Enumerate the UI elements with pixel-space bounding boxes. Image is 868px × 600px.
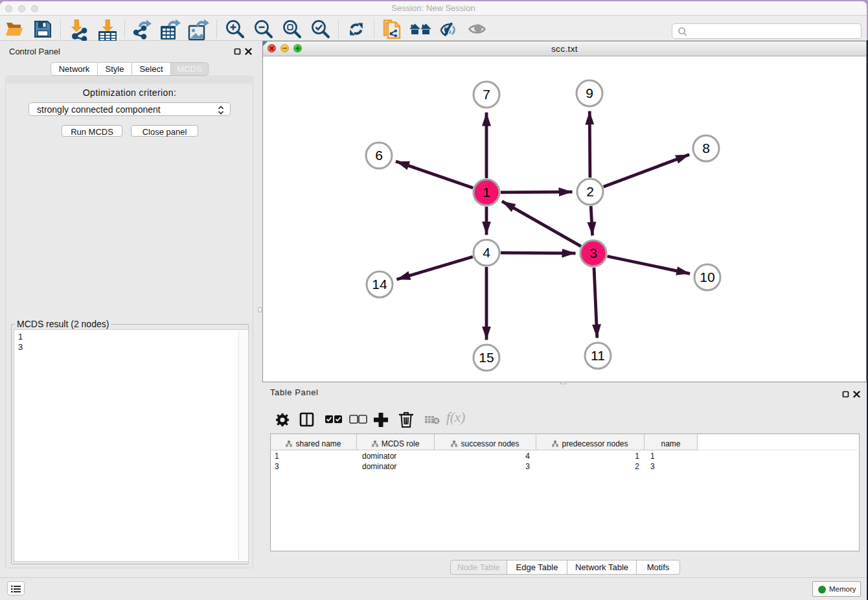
svg-text:8: 8 [702, 141, 710, 156]
svg-text:4: 4 [483, 245, 490, 260]
svg-text:15: 15 [479, 350, 494, 365]
svg-text:10: 10 [700, 270, 714, 284]
svg-text:11: 11 [591, 348, 605, 363]
svg-text:14: 14 [372, 277, 387, 292]
svg-text:2: 2 [586, 184, 594, 199]
svg-text:3: 3 [589, 246, 597, 260]
svg-text:1: 1 [483, 185, 490, 200]
svg-text:9: 9 [586, 86, 593, 100]
svg-text:6: 6 [375, 148, 383, 163]
svg-text:7: 7 [483, 87, 490, 102]
